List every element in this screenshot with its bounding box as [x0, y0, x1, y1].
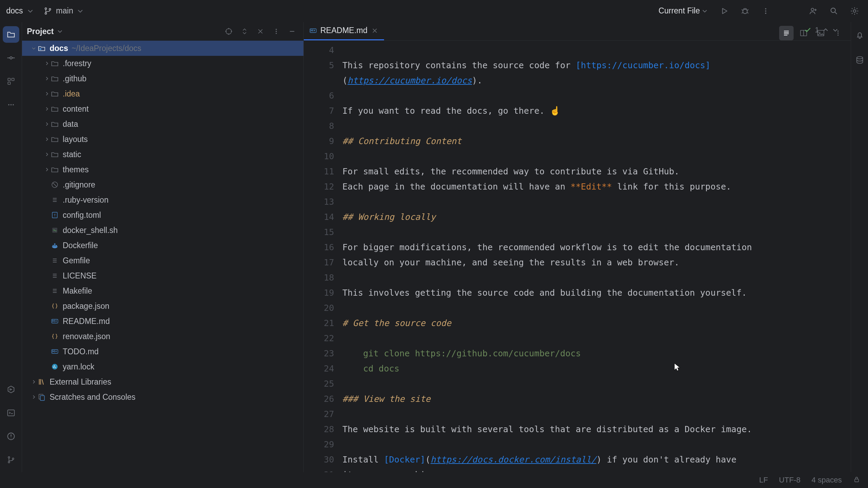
status-readonly-button[interactable]: [853, 476, 860, 485]
tree-external-libraries[interactable]: External Libraries: [22, 374, 303, 389]
code-line[interactable]: Install [Docker](https://docs.docker.com…: [342, 452, 851, 467]
code-line[interactable]: [342, 376, 851, 392]
tree-folder[interactable]: layouts: [22, 132, 303, 147]
tool-terminal-button[interactable]: [3, 405, 19, 421]
tool-more-button[interactable]: [3, 96, 19, 113]
tool-problems-button[interactable]: [3, 428, 19, 445]
tree-file[interactable]: docker_shell.sh: [22, 223, 303, 238]
code-with-me-button[interactable]: [806, 4, 820, 18]
editor-tab-readme[interactable]: README.md: [304, 22, 384, 40]
code-line[interactable]: (https://cucumber.io/docs).: [342, 73, 851, 88]
code-line[interactable]: git clone https://github.com/cucumber/do…: [342, 346, 851, 361]
tree-folder[interactable]: .idea: [22, 86, 303, 101]
tool-project-button[interactable]: [3, 26, 19, 43]
tree-file[interactable]: yarn.lock: [22, 359, 303, 374]
code-line[interactable]: ## Contributing Content: [342, 134, 851, 149]
tree-folder[interactable]: themes: [22, 162, 303, 177]
status-line-separator[interactable]: LF: [759, 476, 768, 485]
editor-only-view-button[interactable]: [779, 26, 794, 40]
code-line[interactable]: [342, 88, 851, 103]
gutter-line-number: 31: [304, 467, 334, 472]
code-line[interactable]: [342, 194, 851, 210]
folder-icon: [51, 135, 59, 143]
project-dropdown[interactable]: docs: [6, 6, 33, 16]
status-indent[interactable]: 4 spaces: [812, 476, 842, 485]
code-line[interactable]: [342, 225, 851, 240]
code-line[interactable]: For small edits, the recommended way to …: [342, 164, 851, 179]
code-line[interactable]: If you want to read the docs, go there. …: [342, 103, 851, 119]
tree-file[interactable]: Gemfile: [22, 253, 303, 268]
tree-file[interactable]: renovate.json: [22, 329, 303, 344]
vcs-branch-dropdown[interactable]: main: [44, 6, 84, 16]
folder-icon: [51, 59, 59, 68]
tree-file[interactable]: LICENSE: [22, 268, 303, 283]
yarn-file-icon: [51, 363, 59, 370]
tree-file[interactable]: Dockerfile: [22, 238, 303, 253]
gutter-line-number: 23: [304, 346, 334, 361]
project-view-dropdown[interactable]: Project: [27, 27, 63, 36]
collapse-all-button[interactable]: [254, 25, 267, 38]
code-line[interactable]: # Get the source code: [342, 316, 851, 331]
more-actions-button[interactable]: [758, 4, 773, 18]
search-everywhere-button[interactable]: [827, 4, 841, 18]
tree-file[interactable]: README.md: [22, 314, 303, 329]
code-line[interactable]: [342, 301, 851, 316]
tree-file[interactable]: package.json: [22, 298, 303, 314]
code-line[interactable]: [342, 407, 851, 422]
code-line[interactable]: Each page in the documentation will have…: [342, 179, 851, 194]
chevron-up-icon[interactable]: [823, 27, 829, 33]
tool-vcs-button[interactable]: [3, 451, 19, 468]
code-line[interactable]: [342, 331, 851, 346]
tree-folder[interactable]: content: [22, 101, 303, 116]
tool-structure-button[interactable]: [3, 73, 19, 90]
structure-icon: [7, 77, 15, 85]
tree-scratches[interactable]: Scratches and Consoles: [22, 389, 303, 405]
inspection-widget[interactable]: 1: [804, 26, 838, 34]
code-line[interactable]: [342, 43, 851, 58]
code-line[interactable]: [342, 270, 851, 285]
chevron-down-icon: [27, 8, 33, 14]
gutter-line-number: 16: [304, 240, 334, 255]
svg-rect-48: [855, 479, 859, 482]
code-line[interactable]: [342, 149, 851, 164]
tree-file[interactable]: .ruby-version: [22, 192, 303, 207]
svg-point-25: [276, 33, 277, 34]
settings-button[interactable]: [847, 4, 862, 18]
tree-folder[interactable]: data: [22, 116, 303, 132]
code-line[interactable]: it on your machine: [342, 467, 851, 472]
code-line[interactable]: This involves getting the source code an…: [342, 285, 851, 301]
run-config-dropdown[interactable]: Current File: [659, 6, 707, 16]
tree-file[interactable]: TODO.md: [22, 344, 303, 359]
tree-file[interactable]: T config.toml: [22, 207, 303, 223]
tree-folder[interactable]: .forestry: [22, 56, 303, 71]
tree-root[interactable]: docs ~/IdeaProjects/docs: [22, 41, 303, 56]
status-encoding[interactable]: UTF-8: [779, 476, 800, 485]
run-button[interactable]: [717, 4, 732, 18]
bell-icon: [855, 31, 864, 40]
code-line[interactable]: The website is built with several tools …: [342, 422, 851, 437]
code-line[interactable]: [342, 119, 851, 134]
tree-file[interactable]: Makefile: [22, 283, 303, 298]
code-line[interactable]: cd docs: [342, 361, 851, 376]
code-line[interactable]: locally on your machine, and seeing the …: [342, 255, 851, 270]
tree-folder[interactable]: static: [22, 147, 303, 162]
tool-services-button[interactable]: [3, 381, 19, 398]
tree-folder[interactable]: .github: [22, 71, 303, 86]
tool-notifications-button[interactable]: [851, 27, 868, 43]
tool-database-button[interactable]: [851, 52, 868, 68]
debug-button[interactable]: [738, 4, 752, 18]
select-opened-file-button[interactable]: [222, 25, 235, 38]
close-tab-button[interactable]: [371, 27, 379, 34]
code-line[interactable]: For bigger modifications, the recommende…: [342, 240, 851, 255]
code-line[interactable]: [342, 437, 851, 452]
code-line[interactable]: ## Working locally: [342, 210, 851, 225]
hide-panel-button[interactable]: [286, 25, 299, 38]
panel-options-button[interactable]: [270, 25, 283, 38]
chevron-down-icon[interactable]: [832, 27, 838, 33]
folder-icon: [51, 105, 59, 113]
expand-all-button[interactable]: [238, 25, 251, 38]
code-line[interactable]: ### View the site: [342, 392, 851, 407]
tool-commit-button[interactable]: [3, 50, 19, 66]
tree-file[interactable]: .gitignore: [22, 177, 303, 192]
code-line[interactable]: This repository contains the source code…: [342, 58, 851, 73]
